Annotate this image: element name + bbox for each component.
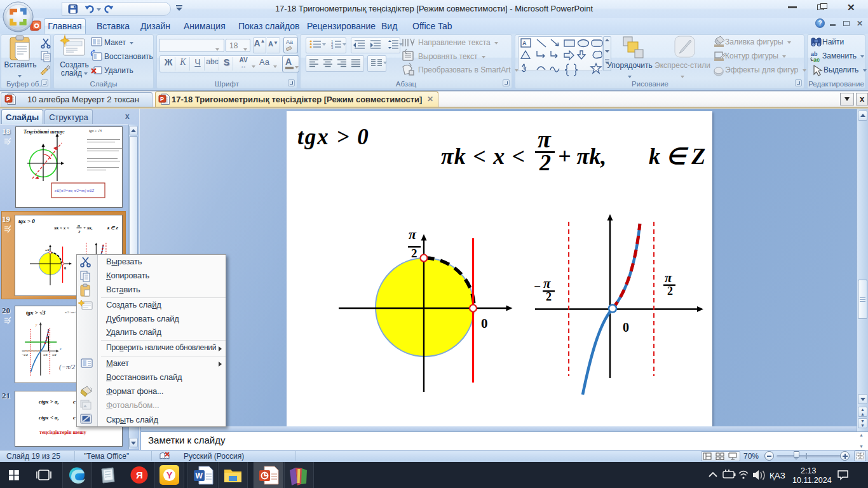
svg-text:tgx ≥ √3: tgx ≥ √3 (89, 129, 102, 133)
svg-text:2: 2 (539, 150, 551, 175)
svg-text:ҚАЗ: ҚАЗ (770, 471, 785, 480)
svg-text:tgx > √3: tgx > √3 (26, 309, 46, 316)
svg-text:πk < x <: πk < x < (54, 226, 69, 231)
svg-text:π: π (538, 126, 552, 152)
svg-text:−π/2: −π/2 (22, 353, 28, 356)
svg-text:0: 0 (481, 316, 488, 331)
svg-text:0: 0 (64, 266, 66, 270)
svg-text:c: c (73, 414, 76, 421)
svg-text:π: π (543, 276, 551, 291)
svg-text:y: y (35, 323, 37, 327)
svg-text:k ∈ Z: k ∈ Z (107, 226, 119, 231)
svg-text:c: c (73, 398, 76, 405)
svg-text:+ πk,: + πk, (558, 144, 606, 169)
svg-text:2: 2 (78, 229, 81, 234)
svg-text:π/2: π/2 (45, 248, 50, 252)
svg-text:2: 2 (411, 247, 417, 260)
svg-text:k ∈ Z: k ∈ Z (649, 144, 705, 169)
svg-text:x∈[π/3+πn; π/2+πn) n∈Z: x∈[π/3+πn; π/2+πn) n∈Z (54, 189, 95, 193)
svg-text:ctgx < a,: ctgx < a, (39, 414, 59, 421)
svg-text:tgx > 0: tgx > 0 (18, 218, 35, 224)
svg-text:+ πk,: + πk, (83, 226, 93, 231)
svg-text:0: 0 (623, 320, 629, 334)
svg-text:π/3: π/3 (43, 353, 48, 356)
svg-text:P: P (160, 96, 164, 102)
svg-text:Y: Y (166, 470, 173, 480)
svg-text:2: 2 (667, 285, 673, 297)
svg-text:tgx > 0: tgx > 0 (297, 125, 370, 149)
svg-text:Я: Я (136, 470, 143, 480)
svg-text:2:13: 2:13 (801, 466, 816, 475)
svg-text:теңсіздіктерін шешу: теңсіздіктерін шешу (39, 430, 86, 435)
svg-text:π: π (409, 226, 417, 242)
svg-text:πk < x <: πk < x < (441, 144, 526, 169)
svg-text:−: − (534, 280, 541, 293)
svg-text:π/2: π/2 (52, 353, 57, 356)
svg-text:W: W (196, 471, 203, 480)
svg-text:x: x (59, 347, 62, 351)
svg-text:10.11.2024: 10.11.2024 (792, 476, 832, 485)
svg-text:2: 2 (546, 290, 552, 303)
svg-text:π: π (78, 223, 80, 228)
svg-text:π: π (665, 270, 672, 285)
svg-text:Теңсіздікті шешу:: Теңсіздікті шешу: (24, 129, 65, 135)
svg-text:P: P (6, 96, 10, 102)
svg-text:ctgx > a,: ctgx > a, (39, 398, 59, 405)
